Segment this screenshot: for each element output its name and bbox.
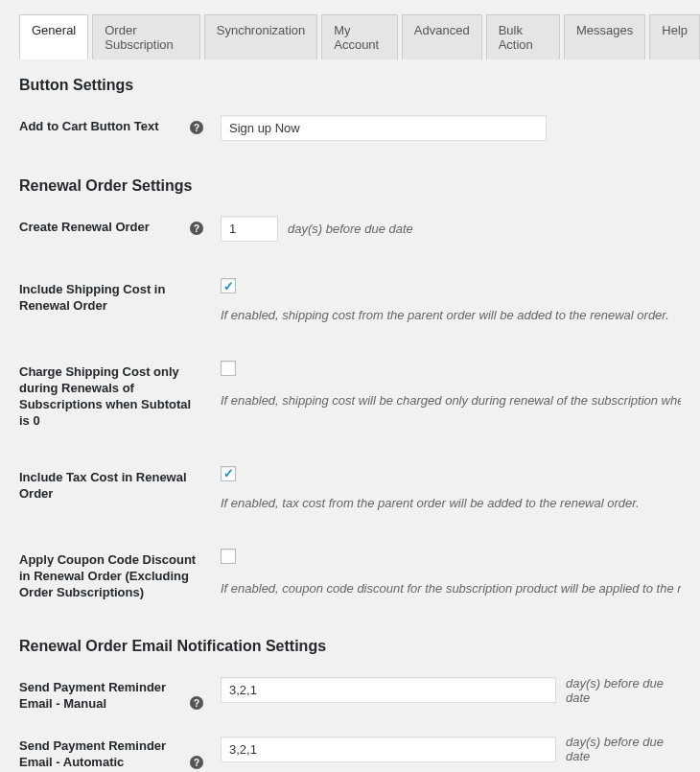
section-renewal-order: Renewal Order Settings	[19, 177, 681, 195]
help-icon[interactable]: ?	[190, 756, 203, 769]
label-apply-coupon: Apply Coupon Code Discount in Renewal Or…	[19, 552, 203, 601]
help-icon[interactable]: ?	[190, 696, 203, 710]
label-add-to-cart: Add to Cart Button Text	[19, 119, 159, 135]
row-reminder-auto: Send Payment Reminder Email - Automatic …	[19, 735, 681, 771]
help-icon[interactable]: ?	[190, 222, 203, 235]
section-email-notification: Renewal Order Email Notification Setting…	[19, 638, 681, 655]
row-create-renewal: Create Renewal Order ? day(s) before due…	[19, 216, 681, 242]
desc-apply-coupon: If enabled, coupon code discount for the…	[221, 580, 681, 597]
tab-bulk-action[interactable]: Bulk Action	[486, 14, 560, 59]
input-reminder-manual[interactable]	[221, 677, 556, 703]
tab-advanced[interactable]: Advanced	[402, 14, 482, 59]
tab-messages[interactable]: Messages	[564, 14, 645, 59]
label-reminder-auto: Send Payment Reminder Email - Automatic	[19, 738, 182, 771]
suffix-reminder-auto: day(s) before due date	[566, 735, 681, 763]
label-include-tax: Include Tax Cost in Renewal Order	[19, 470, 203, 503]
checkbox-include-shipping[interactable]	[221, 278, 236, 293]
desc-include-shipping: If enabled, shipping cost from the paren…	[221, 307, 681, 324]
suffix-reminder-manual: day(s) before due date	[566, 676, 681, 705]
suffix-create-renewal: day(s) before due date	[288, 222, 413, 236]
row-include-shipping: Include Shipping Cost in Renewal Order I…	[19, 278, 681, 324]
tabs-nav: General Order Subscription Synchronizati…	[0, 0, 700, 59]
section-button-settings: Button Settings	[19, 77, 681, 94]
checkbox-include-tax[interactable]	[221, 466, 236, 481]
settings-panel: Button Settings Add to Cart Button Text …	[0, 59, 700, 772]
label-charge-shipping: Charge Shipping Cost only during Renewal…	[19, 364, 203, 430]
input-reminder-auto[interactable]	[221, 737, 556, 762]
row-apply-coupon: Apply Coupon Code Discount in Renewal Or…	[19, 549, 681, 601]
tab-order-subscription[interactable]: Order Subscription	[92, 14, 199, 59]
label-create-renewal: Create Renewal Order	[19, 220, 150, 236]
tab-synchronization[interactable]: Synchronization	[204, 14, 318, 59]
row-add-to-cart: Add to Cart Button Text ?	[19, 115, 681, 141]
checkbox-apply-coupon[interactable]	[221, 549, 236, 564]
desc-charge-shipping: If enabled, shipping cost will be charge…	[221, 392, 681, 409]
tab-general[interactable]: General	[19, 14, 88, 59]
row-charge-shipping: Charge Shipping Cost only during Renewal…	[19, 361, 681, 430]
label-include-shipping: Include Shipping Cost in Renewal Order	[19, 282, 203, 315]
input-create-renewal-days[interactable]	[221, 216, 278, 242]
tab-help[interactable]: Help	[649, 14, 700, 59]
desc-include-tax: If enabled, tax cost from the parent ord…	[221, 495, 681, 512]
help-icon[interactable]: ?	[190, 121, 203, 134]
input-add-to-cart[interactable]	[221, 115, 547, 141]
checkbox-charge-shipping[interactable]	[221, 361, 236, 376]
tab-my-account[interactable]: My Account	[321, 14, 398, 59]
label-reminder-manual: Send Payment Reminder Email - Manual	[19, 680, 182, 713]
row-reminder-manual: Send Payment Reminder Email - Manual ? d…	[19, 676, 681, 713]
row-include-tax: Include Tax Cost in Renewal Order If ena…	[19, 466, 681, 512]
